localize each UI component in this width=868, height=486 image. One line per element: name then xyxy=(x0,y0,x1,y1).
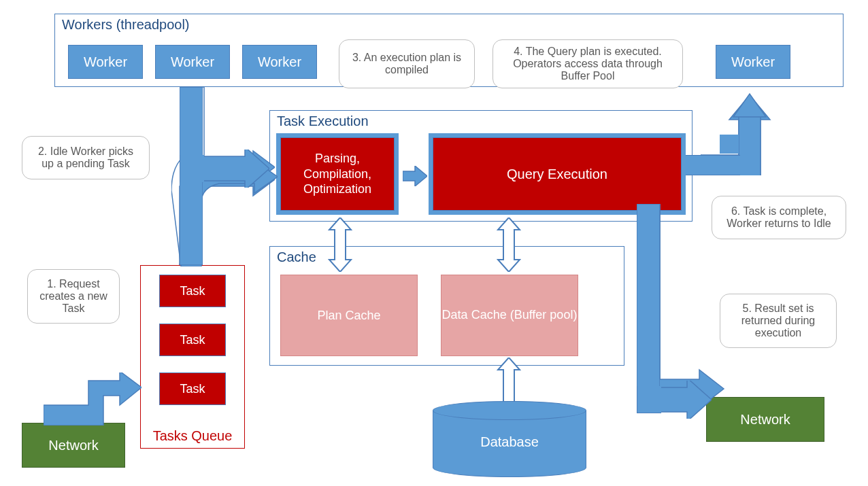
plan-cache: Plan Cache xyxy=(280,275,418,356)
arrow-parsing-plancache xyxy=(325,218,355,272)
svg-marker-22 xyxy=(201,150,269,188)
arrow-joint xyxy=(180,155,204,182)
worker-box-3: Worker xyxy=(242,45,317,79)
worker-box-1: Worker xyxy=(68,45,143,79)
svg-marker-5 xyxy=(329,218,351,272)
svg-rect-29 xyxy=(739,114,761,175)
network-left: Network xyxy=(22,423,125,468)
arrow-to-taskexec xyxy=(201,150,269,188)
worker-box-4: Worker xyxy=(716,45,790,79)
tasks-queue-label: Tasks Queue xyxy=(141,428,244,444)
arrow-exec-outlet xyxy=(686,155,740,175)
svg-marker-26 xyxy=(658,381,712,419)
cache-title: Cache xyxy=(270,247,624,268)
query-exec-box: Query Execution xyxy=(433,137,682,211)
arrow-joint-2 xyxy=(637,386,661,413)
task-1: Task xyxy=(159,275,226,307)
arrow-joint-3 xyxy=(720,135,739,154)
task-2: Task xyxy=(159,324,226,356)
db-top xyxy=(433,401,586,420)
workers-title: Workers (threadpool) xyxy=(55,14,843,35)
data-cache: Data Cache (Buffer pool) xyxy=(441,275,578,356)
db-label: Database xyxy=(433,434,586,450)
parsing-box: Parsing, Compilation, Optimization xyxy=(280,137,395,211)
task-3: Task xyxy=(159,372,226,405)
arrow-exec-down-body xyxy=(637,204,660,398)
callout-4: 4. The Query plan is executed. Operators… xyxy=(493,39,683,88)
worker-box-2: Worker xyxy=(155,45,230,79)
svg-marker-4 xyxy=(403,166,427,186)
callout-2: 2. Idle Worker picks up a pending Task xyxy=(22,136,150,179)
arrow-network-to-tasks xyxy=(44,372,141,426)
callout-3: 3. An execution plan is compiled xyxy=(339,39,475,88)
arrow-to-network-right xyxy=(658,381,712,419)
svg-marker-30 xyxy=(733,94,766,117)
database-cylinder: Database xyxy=(433,401,586,477)
callout-1: 1. Request creates a new Task xyxy=(27,269,120,324)
arrow-query-datacache xyxy=(494,218,524,272)
svg-rect-25 xyxy=(637,204,660,398)
task-exec-title: Task Execution xyxy=(270,111,692,132)
svg-marker-16 xyxy=(44,372,141,426)
svg-marker-6 xyxy=(498,218,520,272)
arrow-parsing-to-query xyxy=(403,166,427,186)
